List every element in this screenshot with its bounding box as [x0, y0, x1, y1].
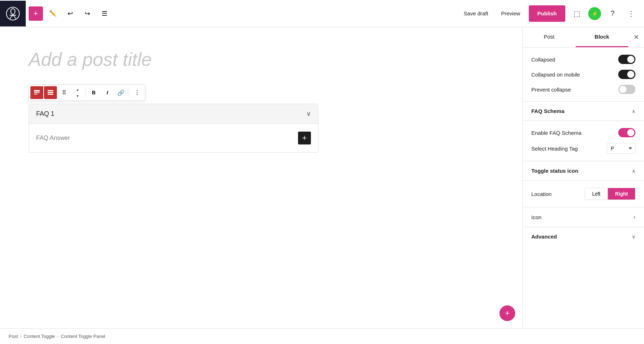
location-buttons: Left Right	[585, 188, 635, 200]
advanced-label: Advanced	[531, 234, 557, 240]
enable-faq-schema-label: Enable FAQ Schema	[531, 130, 581, 136]
collapsed-label: Collapsed	[531, 56, 555, 63]
svg-rect-11	[48, 94, 53, 95]
breadcrumb-content-toggle-panel[interactable]: Content Toggle Panel	[61, 334, 105, 339]
faq-schema-title: FAQ Schema	[531, 108, 565, 114]
faq-toggle-chevron[interactable]: ∨	[306, 110, 311, 118]
icon-chevron: ›	[634, 214, 635, 220]
block-type-button[interactable]	[30, 86, 43, 99]
edit-mode-button[interactable]: ✏️	[46, 6, 60, 21]
svg-rect-7	[34, 92, 40, 93]
block-align-button[interactable]	[44, 86, 57, 99]
publish-button[interactable]: Publish	[529, 5, 565, 22]
svg-rect-10	[48, 92, 53, 93]
enable-faq-schema-row: Enable FAQ Schema	[531, 128, 635, 137]
performance-button[interactable]: ⚡	[588, 7, 601, 20]
svg-point-1	[11, 9, 15, 14]
location-row: Location Left Right	[531, 188, 635, 200]
breadcrumb-sep-1: ›	[20, 334, 21, 339]
breadcrumb-post[interactable]: Post	[9, 334, 18, 339]
move-up-button[interactable]: ▲	[71, 86, 84, 93]
breadcrumb: Post › Content Toggle › Content Toggle P…	[0, 328, 644, 344]
breadcrumb-sep-2: ›	[57, 334, 59, 339]
help-button[interactable]: ?	[605, 6, 620, 21]
tab-block[interactable]: Block	[576, 27, 629, 47]
bold-button[interactable]: B	[87, 86, 100, 99]
heading-tag-select[interactable]: P H1 H2 H3 H4 H5 H6	[607, 143, 635, 154]
collapsed-on-mobile-toggle[interactable]	[618, 70, 635, 79]
sidebar-tabs: Post Block ✕	[523, 27, 644, 48]
faq-block: FAQ 1 ∨ FAQ Answer +	[29, 104, 318, 153]
faq-answer-text: FAQ Answer	[36, 134, 70, 142]
view-mode-button[interactable]: ⬚	[570, 6, 584, 21]
select-heading-tag-label: Select Heading Tag	[531, 146, 578, 152]
collapsed-toggle[interactable]	[618, 55, 635, 64]
location-left-button[interactable]: Left	[585, 188, 608, 200]
enable-faq-schema-toggle[interactable]	[618, 128, 635, 137]
faq-answer-row[interactable]: FAQ Answer +	[29, 124, 318, 152]
toolbar-right: Save draft Preview Publish ⬚ ⚡ ? ⋮	[459, 5, 638, 22]
add-block-button[interactable]: +	[29, 6, 43, 21]
italic-button[interactable]: I	[101, 86, 114, 99]
link-button[interactable]: 🔗	[114, 86, 127, 99]
floating-add-button[interactable]: +	[499, 305, 515, 321]
faq-add-button[interactable]: +	[298, 132, 311, 144]
toggle-status-icon-title: Toggle status icon	[531, 168, 578, 174]
svg-rect-8	[34, 94, 38, 94]
collapsed-on-mobile-label: Collapsed on mobile	[531, 72, 580, 78]
faq-schema-section: Enable FAQ Schema Select Heading Tag P H…	[523, 121, 644, 161]
undo-button[interactable]: ↩	[63, 6, 77, 21]
svg-rect-9	[48, 90, 53, 91]
faq-schema-header[interactable]: FAQ Schema ∧	[523, 102, 644, 121]
tab-post[interactable]: Post	[523, 27, 576, 47]
save-draft-button[interactable]: Save draft	[459, 8, 492, 19]
redo-button[interactable]: ↪	[80, 6, 94, 21]
icon-row[interactable]: Icon ›	[523, 207, 644, 227]
app-logo	[0, 1, 26, 26]
drag-handle[interactable]: ⠿	[58, 86, 70, 99]
svg-rect-6	[34, 90, 40, 92]
more-block-options[interactable]: ⋮	[131, 86, 143, 99]
prevent-collapse-toggle[interactable]	[618, 85, 635, 94]
more-options-button[interactable]: ⋮	[624, 6, 638, 21]
advanced-chevron: ∨	[632, 234, 635, 240]
main-layout: Add a post title ⠿ ▲ ▼ B I 🔗 ⋮ FAQ 1	[0, 27, 644, 328]
faq-question-text: FAQ 1	[36, 110, 54, 118]
move-down-button[interactable]: ▼	[71, 93, 84, 99]
list-view-button[interactable]: ☰	[97, 6, 112, 21]
advanced-section[interactable]: Advanced ∨	[523, 227, 644, 246]
toggle-status-icon-section: Location Left Right	[523, 181, 644, 207]
preview-button[interactable]: Preview	[497, 8, 524, 19]
toolbar-divider-2	[129, 88, 129, 97]
toolbar-divider	[86, 88, 86, 97]
collapsed-on-mobile-row: Collapsed on mobile	[531, 70, 635, 79]
location-right-button[interactable]: Right	[608, 188, 635, 200]
close-sidebar-button[interactable]: ✕	[628, 29, 644, 45]
prevent-collapse-row: Prevent collapse	[531, 85, 635, 94]
sidebar-panel: Post Block ✕ Collapsed Collapsed on mobi…	[522, 27, 644, 328]
collapsed-row: Collapsed	[531, 55, 635, 64]
block-toolbar: ⠿ ▲ ▼ B I 🔗 ⋮	[29, 84, 145, 101]
toggle-status-icon-header[interactable]: Toggle status icon ∧	[523, 161, 644, 181]
post-title-placeholder[interactable]: Add a post title	[29, 49, 494, 70]
prevent-collapse-label: Prevent collapse	[531, 87, 571, 93]
faq-question-row[interactable]: FAQ 1 ∨	[29, 104, 318, 124]
svg-point-0	[6, 7, 19, 20]
icon-label: Icon	[531, 214, 541, 220]
breadcrumb-content-toggle[interactable]: Content Toggle	[24, 334, 55, 339]
select-heading-tag-row: Select Heading Tag P H1 H2 H3 H4 H5 H6	[531, 143, 635, 154]
main-toolbar: + ✏️ ↩ ↪ ☰ Save draft Preview Publish ⬚ …	[0, 0, 644, 27]
location-label: Location	[531, 191, 552, 197]
toggle-status-icon-chevron: ∧	[632, 168, 635, 174]
editor-area: Add a post title ⠿ ▲ ▼ B I 🔗 ⋮ FAQ 1	[0, 27, 522, 328]
collapse-settings-section: Collapsed Collapsed on mobile Prevent co…	[523, 48, 644, 102]
faq-schema-chevron: ∧	[632, 108, 635, 114]
